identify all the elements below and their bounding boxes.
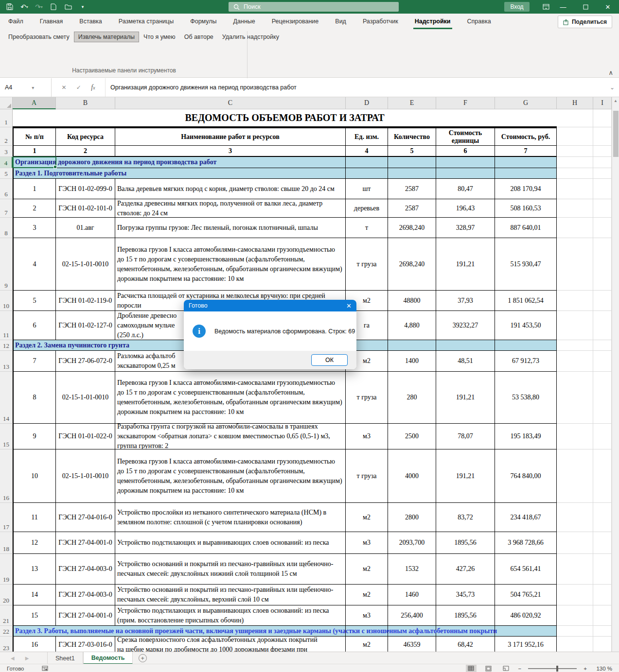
zoom-out-icon[interactable]: − [518,666,522,672]
addin-button[interactable]: Что я умею [139,32,180,42]
scroll-up-icon[interactable]: ▲ [612,97,619,104]
cell-A14[interactable]: 8 [13,372,56,424]
cell-A10[interactable]: 5 [13,291,56,311]
cell-I23[interactable] [593,637,612,652]
cell-C7[interactable]: Разделка древесины мягких пород, получен… [115,199,346,218]
cell-F7[interactable]: 196,43 [436,199,495,218]
cell-A22[interactable]: Раздел 3. Работы, выполняемые на основно… [13,626,346,637]
cell-G7[interactable]: 508 160,53 [495,199,557,218]
cell-E20[interactable]: 1460 [388,585,436,605]
row-header-16[interactable]: 16 [0,449,13,503]
cell-A11[interactable]: 6 [13,311,56,340]
name-box[interactable]: A4 ▾ [0,78,52,97]
cell-D16[interactable]: т груза [346,449,388,503]
column-header-G[interactable]: G [495,97,557,109]
cell-D6[interactable]: шт [346,179,388,199]
cell-F10[interactable]: 37,93 [436,291,495,311]
cell-F12[interactable] [436,340,495,351]
cell-E7[interactable]: 2587 [388,199,436,218]
cell-F4[interactable] [436,157,495,168]
zoom-slider-thumb[interactable] [556,666,558,672]
cell-C9[interactable]: Перевозка грузов I класса автомобилями-с… [115,238,346,291]
row-header-9[interactable]: 9 [0,238,13,291]
cell-H17[interactable] [557,503,593,532]
row-header-2[interactable]: 2 [0,127,13,146]
minimize-button[interactable]: — [552,0,574,14]
cell-D15[interactable]: м3 [346,424,388,449]
cell-C6[interactable]: Валка деревьев мягких пород с корня, диа… [115,179,346,199]
cell-I1[interactable] [593,109,612,127]
cell-I19[interactable] [593,554,612,585]
cell-G6[interactable]: 208 170,94 [495,179,557,199]
cell-D8[interactable]: т [346,218,388,238]
row-header-5[interactable]: 5 [0,168,13,179]
cell-H10[interactable] [557,291,593,311]
cancel-icon[interactable]: ✕ [61,84,66,91]
cell-F2[interactable]: Стоимость единицы [436,127,495,146]
cell-H20[interactable] [557,585,593,605]
cell-A2[interactable]: № п/п [13,127,56,146]
cell-H8[interactable] [557,218,593,238]
cell-C17[interactable]: Устройство прослойки из нетканого синтет… [115,503,346,532]
cell-E11[interactable]: 4,880 [388,311,436,340]
cell-I9[interactable] [593,238,612,291]
row-header-17[interactable]: 17 [0,503,13,532]
cell-G12[interactable] [495,340,557,351]
cell-G5[interactable] [495,168,557,179]
cell-C20[interactable]: Устройство оснований и покрытий из песча… [115,585,346,605]
cell-G21[interactable]: 486 020,92 [495,605,557,626]
cell-F16[interactable]: 191,21 [436,449,495,503]
new-document-icon[interactable] [50,3,57,11]
row-header-3[interactable]: 3 [0,146,13,157]
cell-F11[interactable]: 39232,27 [436,311,495,340]
cell-E12[interactable] [388,340,436,351]
sheet-tab-Sheet1[interactable]: Sheet1 [47,652,83,664]
ribbon-tab-Разметка страницы[interactable]: Разметка страницы [117,14,175,29]
cell-D4[interactable] [346,157,388,168]
cell-D3[interactable]: 4 [346,146,388,157]
row-header-22[interactable]: 22 [0,626,13,637]
cell-E21[interactable]: 256,400 [388,605,436,626]
cell-B2[interactable]: Код ресурса [56,127,115,146]
column-header-I[interactable]: I [593,97,612,109]
cell-B19[interactable]: ГЭСН 27-04-003-0 [56,554,115,585]
ribbon-tab-Главная[interactable]: Главная [38,14,65,29]
cell-I13[interactable] [593,351,612,372]
cell-D22[interactable] [346,626,388,637]
cell-A7[interactable]: 2 [13,199,56,218]
zoom-in-icon[interactable]: + [584,666,587,672]
cell-I20[interactable] [593,585,612,605]
insert-function-icon[interactable]: fx [91,84,95,91]
row-header-18[interactable]: 18 [0,532,13,554]
cell-B20[interactable]: ГЭСН 27-04-003-0 [56,585,115,605]
cell-G22[interactable] [495,626,557,637]
ribbon-tab-Надстройки[interactable]: Надстройки [413,14,452,29]
cell-G18[interactable]: 3 968 728,66 [495,532,557,554]
cell-E13[interactable]: 1400 [388,351,436,372]
cell-A17[interactable]: 11 [13,503,56,532]
row-header-6[interactable]: 6 [0,179,13,199]
cell-G17[interactable]: 234 418,67 [495,503,557,532]
cell-I14[interactable] [593,372,612,424]
cell-E6[interactable]: 2587 [388,179,436,199]
normal-view-icon[interactable] [466,665,477,672]
addin-button[interactable]: Извлечь материалы [74,32,139,42]
select-all-corner[interactable] [0,97,13,109]
cell-D23[interactable]: м2 [346,637,388,652]
add-sheet-button[interactable]: + [133,652,152,664]
cell-A16[interactable]: 10 [13,449,56,503]
row-header-14[interactable]: 14 [0,372,13,424]
cell-B18[interactable]: ГЭСН 27-04-001-0 [56,532,115,554]
cell-E9[interactable]: 2698,240 [388,238,436,291]
cell-I3[interactable] [593,146,612,157]
column-header-H[interactable]: H [557,97,593,109]
cell-G19[interactable]: 654 561,41 [495,554,557,585]
cell-H13[interactable] [557,351,593,372]
cell-D20[interactable]: м2 [346,585,388,605]
cell-C16[interactable]: Перевозка грузов I класса автомобилями-с… [115,449,346,503]
cell-H22[interactable] [557,626,593,637]
cell-H12[interactable] [557,340,593,351]
cell-C8[interactable]: Погрузка группы грузов: Лес пиленый, пог… [115,218,346,238]
cell-I5[interactable] [593,168,612,179]
name-box-dropdown-icon[interactable]: ▾ [32,85,34,90]
